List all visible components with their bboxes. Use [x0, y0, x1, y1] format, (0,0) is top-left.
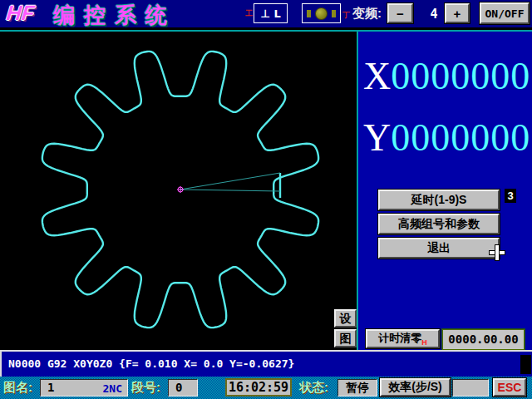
- wire-centering-button[interactable]: [302, 3, 341, 23]
- red-mark-left-icon: 工: [245, 8, 253, 19]
- timer-clear-button[interactable]: 计时清零H: [366, 329, 440, 348]
- app-logo: HF: [5, 1, 35, 25]
- dro-x: X0000000: [363, 55, 530, 98]
- set-button[interactable]: 设: [334, 309, 357, 328]
- file-name-field[interactable]: 1 2NC: [40, 379, 128, 397]
- main-area: 设 图 X0000000 Y0000000 延时(1-9)S 3 高频组号和参数…: [0, 32, 532, 350]
- dro-y-value: 0000000: [391, 116, 530, 159]
- segment-label: 段号:: [131, 380, 160, 396]
- file-name-value: 1: [41, 381, 54, 394]
- delay-value-badge: 3: [505, 189, 516, 203]
- wire-start-marker: [177, 186, 184, 193]
- onoff-button[interactable]: ON/OFF: [480, 2, 530, 24]
- side-panel: X0000000 Y0000000 延时(1-9)S 3 高频组号和参数 退出 …: [358, 32, 532, 350]
- dro-x-value: 0000000: [391, 55, 530, 97]
- clock-display: 16:02:59: [225, 378, 292, 397]
- segment-field[interactable]: 0: [168, 379, 198, 397]
- exit-button[interactable]: 退出: [378, 238, 500, 259]
- status-bar: 图名: 1 2NC 段号: 0 16:02:59 状态: 暂停 效率(步/S) …: [0, 377, 532, 399]
- state-label: 状态:: [299, 380, 328, 396]
- bracket-right-icon: [332, 10, 336, 17]
- command-line-bar: N0000 G92 X0Y0Z0 {F= 0.010 X= 0.0 Y=-0.0…: [0, 350, 532, 377]
- efficiency-value-field: [452, 379, 489, 397]
- delay-button[interactable]: 延时(1-9)S: [378, 190, 500, 210]
- perpendicular-icon: ⊥ L: [260, 7, 281, 20]
- efficiency-button[interactable]: 效率(步/S): [380, 378, 451, 397]
- align-button[interactable]: ⊥ L: [254, 3, 288, 23]
- app-title: 编控系统: [53, 1, 176, 27]
- frequency-label: 变频:: [352, 6, 382, 22]
- frequency-minus-button[interactable]: −: [387, 3, 413, 23]
- timer-display: 0000.00.00: [442, 329, 525, 350]
- command-line-text: N0000 G92 X0Y0Z0 {F= 0.010 X= 0.0 Y=-0.0…: [8, 357, 294, 370]
- dro-y: Y0000000: [363, 116, 530, 160]
- bracket-left-icon: [307, 10, 311, 17]
- esc-button[interactable]: ESC: [493, 378, 526, 397]
- state-value-field: 暂停: [337, 379, 377, 397]
- dro-y-label: Y: [363, 116, 391, 159]
- drawing-canvas[interactable]: 设 图: [0, 32, 357, 350]
- app-window: HF 编控系统 工 ⊥ L 丁 变频: − 4 + ON/OFF 设: [0, 0, 532, 399]
- topbar: HF 编控系统 工 ⊥ L 丁 变频: − 4 + ON/OFF: [0, 0, 532, 27]
- wire-electrode-icon: [315, 7, 328, 20]
- hf-params-button[interactable]: 高频组号和参数: [378, 214, 500, 234]
- dro-x-label: X: [363, 55, 391, 97]
- draw-button[interactable]: 图: [334, 329, 357, 347]
- file-name-label: 图名:: [3, 380, 32, 396]
- gear-drawing: [0, 32, 357, 350]
- frequency-plus-button[interactable]: +: [445, 3, 470, 23]
- command-bar-end-block: [520, 355, 531, 374]
- segment-value: 0: [169, 381, 182, 394]
- timer-clear-h-mark: H: [421, 338, 427, 347]
- red-mark-right-icon: 丁: [342, 10, 350, 21]
- file-type-tag: 2NC: [103, 381, 122, 397]
